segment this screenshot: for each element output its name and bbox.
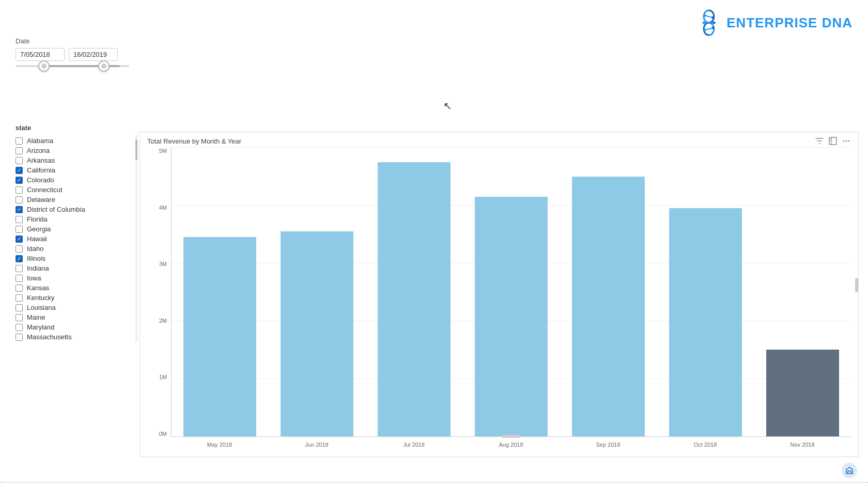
bar[interactable] bbox=[378, 162, 451, 436]
state-item[interactable]: Alabama bbox=[16, 136, 134, 146]
state-checkbox[interactable] bbox=[16, 265, 23, 272]
date-inputs: 7/05/2018 16/02/2019 bbox=[16, 48, 129, 61]
state-item[interactable]: Idaho bbox=[16, 244, 134, 254]
state-item[interactable]: Georgia bbox=[16, 224, 134, 234]
state-name: Maryland bbox=[27, 323, 54, 331]
state-checkbox[interactable] bbox=[16, 324, 23, 331]
x-axis-label: Nov 2018 bbox=[754, 437, 851, 452]
y-axis-label: 2M bbox=[159, 318, 169, 324]
state-checkbox[interactable] bbox=[16, 137, 23, 145]
chart-header: Total Revenue by Month & Year bbox=[140, 132, 858, 148]
bar[interactable] bbox=[766, 350, 839, 436]
state-item[interactable]: Louisiana bbox=[16, 303, 134, 312]
state-item[interactable]: Kentucky bbox=[16, 293, 134, 303]
start-date[interactable]: 7/05/2018 bbox=[16, 48, 65, 61]
x-axis-label: Jun 2018 bbox=[268, 437, 365, 452]
x-axis-label: Aug 2018 bbox=[462, 437, 560, 452]
state-checkbox[interactable] bbox=[16, 294, 23, 302]
state-name: Iowa bbox=[27, 274, 41, 282]
state-checkbox[interactable] bbox=[16, 157, 23, 164]
state-items-container: AlabamaArizonaArkansasCaliforniaColorado… bbox=[16, 136, 134, 342]
bar[interactable] bbox=[281, 231, 353, 436]
state-item[interactable]: Arizona bbox=[16, 146, 134, 155]
scroll-handle-bottom[interactable] bbox=[502, 435, 520, 438]
state-checkbox[interactable] bbox=[16, 245, 23, 253]
state-name: Arizona bbox=[27, 147, 50, 154]
expand-icon[interactable] bbox=[828, 136, 838, 146]
state-checkbox[interactable] bbox=[16, 235, 23, 243]
state-item[interactable]: Massachusetts bbox=[16, 332, 134, 342]
logo-text: ENTERPRISE DNA bbox=[726, 15, 853, 31]
state-checkbox[interactable] bbox=[16, 147, 23, 154]
svg-point-7 bbox=[704, 29, 706, 32]
end-date[interactable]: 16/02/2019 bbox=[69, 48, 118, 61]
state-scroll-thumb[interactable] bbox=[135, 139, 137, 160]
x-axis-label: Oct 2018 bbox=[657, 437, 754, 452]
chart-panel: Total Revenue by Month & Year 5M4M3M2M1M… bbox=[140, 132, 859, 457]
state-checkbox[interactable] bbox=[16, 216, 23, 223]
state-checkbox[interactable] bbox=[16, 196, 23, 203]
svg-point-4 bbox=[712, 17, 715, 19]
state-checkbox[interactable] bbox=[16, 285, 23, 292]
bar-group[interactable] bbox=[366, 148, 463, 436]
state-name: Colorado bbox=[27, 176, 54, 184]
state-checkbox[interactable] bbox=[16, 186, 23, 194]
state-scroll[interactable] bbox=[135, 134, 137, 342]
state-checkbox[interactable] bbox=[16, 304, 23, 311]
cursor: ↖ bbox=[443, 100, 452, 112]
state-item[interactable]: Maryland bbox=[16, 322, 134, 332]
state-item[interactable]: Maine bbox=[16, 312, 134, 322]
logo-area: ENTERPRISE DNA bbox=[696, 9, 853, 36]
svg-point-13 bbox=[842, 463, 857, 478]
bar-group[interactable] bbox=[269, 148, 366, 436]
state-item[interactable]: District of Columbia bbox=[16, 204, 134, 214]
state-item[interactable]: California bbox=[16, 165, 134, 175]
state-name: Connecticut bbox=[27, 186, 63, 194]
state-checkbox[interactable] bbox=[16, 167, 23, 174]
bar-group[interactable] bbox=[754, 148, 851, 436]
state-item[interactable]: Delaware bbox=[16, 195, 134, 204]
state-checkbox[interactable] bbox=[16, 275, 23, 282]
date-slider-track[interactable] bbox=[16, 65, 129, 67]
state-item[interactable]: Connecticut bbox=[16, 185, 134, 195]
slider-thumb-right[interactable] bbox=[98, 60, 110, 72]
state-name: Alabama bbox=[27, 137, 53, 145]
state-item[interactable]: Arkansas bbox=[16, 155, 134, 165]
svg-point-3 bbox=[704, 14, 706, 17]
bar[interactable] bbox=[669, 208, 742, 436]
scroll-handle-right[interactable] bbox=[855, 278, 858, 292]
bar[interactable] bbox=[475, 197, 548, 436]
state-name: Illinois bbox=[27, 255, 45, 262]
bar-group[interactable] bbox=[463, 148, 560, 436]
subscribe-icon[interactable] bbox=[841, 462, 858, 479]
state-item[interactable]: Kansas bbox=[16, 283, 134, 293]
filter-icon[interactable] bbox=[815, 136, 824, 146]
state-checkbox[interactable] bbox=[16, 314, 23, 321]
state-checkbox[interactable] bbox=[16, 206, 23, 213]
state-item[interactable]: Hawaii bbox=[16, 234, 134, 244]
slider-thumb-left[interactable] bbox=[38, 60, 50, 72]
more-icon[interactable] bbox=[842, 136, 851, 146]
state-checkbox[interactable] bbox=[16, 334, 23, 341]
svg-point-10 bbox=[843, 140, 845, 142]
bar-group[interactable] bbox=[657, 148, 754, 436]
state-name: Idaho bbox=[27, 245, 44, 253]
bar[interactable] bbox=[572, 177, 645, 436]
y-axis: 5M4M3M2M1M0M bbox=[144, 148, 169, 437]
state-item[interactable]: Colorado bbox=[16, 175, 134, 185]
state-checkbox[interactable] bbox=[16, 177, 23, 184]
bar-group[interactable] bbox=[172, 148, 269, 436]
state-checkbox[interactable] bbox=[16, 255, 23, 262]
state-item[interactable]: Iowa bbox=[16, 273, 134, 283]
state-item[interactable]: Florida bbox=[16, 214, 134, 224]
bar[interactable] bbox=[183, 237, 256, 436]
state-checkbox[interactable] bbox=[16, 226, 23, 233]
bar-group[interactable] bbox=[560, 148, 657, 436]
x-axis-label: Sep 2018 bbox=[560, 437, 657, 452]
state-item[interactable]: Indiana bbox=[16, 263, 134, 273]
state-item[interactable]: Illinois bbox=[16, 254, 134, 263]
svg-point-12 bbox=[848, 140, 850, 142]
date-section: Date 7/05/2018 16/02/2019 bbox=[16, 37, 129, 67]
x-axis-label: May 2018 bbox=[171, 437, 268, 452]
dna-icon bbox=[696, 9, 721, 36]
